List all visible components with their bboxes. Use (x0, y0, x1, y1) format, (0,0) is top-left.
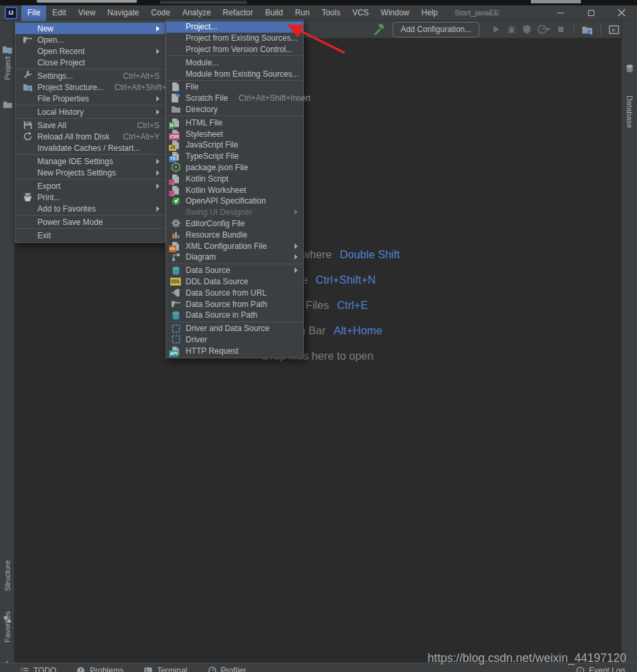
submenu-arrow-icon (294, 210, 298, 215)
maximize-button[interactable] (576, 5, 606, 21)
event-log-icon (576, 666, 585, 672)
menu-separator (16, 69, 164, 69)
project-structure-icon[interactable] (582, 24, 593, 35)
close-icon (618, 9, 626, 17)
menu-item-project-structure[interactable]: Project Structure... Ctrl+Alt+Shift+S (15, 81, 165, 93)
submenu-item-scratch-file[interactable]: Scratch File Ctrl+Alt+Shift+Insert (166, 93, 303, 104)
submenu-item-data-source-in-path[interactable]: Data Source in Path (166, 310, 303, 321)
submenu-item-file[interactable]: File (166, 81, 303, 93)
new-submenu-popup: Project... Project from Existing Sources… (166, 19, 304, 358)
menu-item-close-project[interactable]: Close Project (15, 57, 165, 68)
menubar-item-edit[interactable]: Edit (46, 5, 72, 21)
run-with-coverage-icon (521, 24, 532, 35)
menubar-item-code[interactable]: Code (145, 5, 176, 21)
menu-item-reload-all-from-disk[interactable]: Reload All from Disk Ctrl+Alt+Y (15, 131, 165, 142)
submenu-item-kotlin-script[interactable]: Kotlin Script (166, 173, 303, 184)
add-configuration-button[interactable]: Add Configuration... (393, 22, 479, 37)
folder-open-icon (22, 35, 33, 45)
menu-item-save-all[interactable]: Save All Ctrl+S (15, 119, 165, 131)
submenu-item-html-file[interactable]: H HTML File (166, 117, 303, 128)
project-structure-icon (22, 82, 33, 93)
menu-item-new-projects-settings[interactable]: New Projects Settings (15, 167, 165, 178)
database-icon[interactable] (625, 63, 634, 73)
submenu-item-xml-configuration-file[interactable]: <> XML Configuration File (166, 240, 303, 252)
menu-item-settings[interactable]: Settings... Ctrl+Alt+S (15, 70, 165, 81)
run-toolwindow-icon[interactable] (608, 24, 620, 35)
menu-item-open-recent[interactable]: Open Recent (15, 45, 165, 57)
submenu-item-diagram[interactable]: Diagram (166, 252, 303, 263)
scratch-file-icon (170, 93, 181, 103)
menubar-item-refactor[interactable]: Refactor (217, 5, 259, 21)
submenu-arrow-icon (156, 49, 160, 54)
minimize-button[interactable] (545, 5, 576, 21)
menu-item-exit[interactable]: Exit (15, 230, 165, 241)
submenu-item-data-source-from-url[interactable]: Data Source from URL (166, 287, 303, 298)
menu-item-power-save-mode[interactable]: Power Save Mode (15, 216, 165, 228)
menu-separator (16, 215, 164, 216)
xml-config-icon: <> (170, 241, 181, 252)
menu-item-export[interactable]: Export (15, 180, 165, 192)
submenu-item-ddl-data-source[interactable]: DDL DDL Data Source (166, 276, 303, 288)
toolwindow-event-log[interactable]: Event Log (576, 666, 625, 672)
typescript-file-icon: TS (170, 151, 181, 161)
hint-recent-files: Recent Files Ctrl+E (15, 299, 621, 311)
javascript-file-icon: JS (170, 139, 181, 150)
submenu-item-data-source[interactable]: Data Source (166, 265, 303, 276)
window-controls (545, 5, 637, 21)
menu-item-open[interactable]: Open... (15, 34, 165, 45)
toolwindow-problems[interactable]: Problems (76, 666, 124, 672)
submenu-arrow-icon (156, 206, 160, 212)
submenu-item-driver[interactable]: Driver (166, 334, 303, 346)
close-button[interactable] (606, 5, 637, 21)
toolbar-divider (600, 24, 601, 35)
menubar-item-file[interactable]: File (21, 5, 46, 21)
menubar-item-help[interactable]: Help (415, 5, 444, 21)
resource-bundle-icon (170, 230, 181, 240)
cropped-fragment (160, 1, 247, 4)
submenu-item-stylesheet[interactable]: CSS Stylesheet (166, 128, 303, 139)
menu-item-manage-ide-settings[interactable]: Manage IDE Settings (15, 155, 165, 167)
menu-item-print[interactable]: Print... (15, 192, 165, 203)
toolwindow-profiler[interactable]: Profiler (208, 666, 246, 672)
hint-navigation-bar: Navigation Bar Alt+Home (15, 324, 621, 336)
submenu-item-editorconfig-file[interactable]: EditorConfig File (166, 218, 303, 230)
todo-list-icon (20, 666, 29, 672)
printer-icon (22, 192, 33, 203)
menu-item-new[interactable]: New (15, 23, 165, 34)
menu-item-invalidate-caches[interactable]: Invalidate Caches / Restart... (15, 142, 165, 153)
menubar-item-analyze[interactable]: Analyze (176, 5, 217, 21)
toolwindow-todo[interactable]: TODO (20, 666, 56, 672)
toolwindow-terminal[interactable]: Terminal (144, 666, 187, 672)
package-json-icon (170, 162, 181, 173)
build-hammer-icon[interactable] (374, 24, 385, 35)
submenu-arrow-icon (156, 26, 160, 31)
submenu-item-kotlin-worksheet[interactable]: Kotlin Worksheet (166, 184, 303, 196)
submenu-item-directory[interactable]: Directory (166, 104, 303, 115)
submenu-item-data-source-from-path[interactable]: Data Source from Path (166, 298, 303, 310)
menubar-item-navigate[interactable]: Navigate (101, 5, 145, 21)
problems-icon (76, 666, 85, 672)
submenu-item-driver-and-data-source[interactable]: Driver and Data Source (166, 323, 303, 334)
menu-separator (167, 264, 302, 264)
menu-item-add-to-favorites[interactable]: Add to Favorites (15, 203, 165, 214)
menubar-item-view[interactable]: View (72, 5, 101, 21)
profiler-button-group[interactable] (537, 24, 551, 35)
annotation-arrow (277, 19, 354, 60)
submenu-item-openapi-specification[interactable]: OpenAPI Specification (166, 196, 303, 207)
submenu-item-module-from-existing-sources[interactable]: Module from Existing Sources... (166, 68, 303, 79)
folder-icon[interactable] (3, 99, 13, 109)
menubar-item-window[interactable]: Window (375, 5, 415, 21)
submenu-item-http-request[interactable]: API HTTP Request (166, 345, 303, 356)
submenu-item-typescript-file[interactable]: TS TypeScript File (166, 151, 303, 162)
project-toolwindow-icon[interactable] (2, 44, 13, 55)
diagram-icon (170, 252, 181, 262)
submenu-item-javascript-file[interactable]: JS JavaScript File (166, 139, 303, 151)
submenu-item-resource-bundle[interactable]: Resource Bundle (166, 229, 303, 240)
submenu-item-package-json[interactable]: package.json File (166, 162, 303, 174)
maximize-icon (588, 10, 594, 16)
menu-item-local-history[interactable]: Local History (15, 106, 165, 117)
hint-go-to-file: Go to File Ctrl+Shift+N (15, 274, 621, 286)
hint-search-everywhere: Search Everywhere Double Shift (15, 248, 621, 260)
http-request-icon: API (170, 346, 181, 356)
menu-item-file-properties[interactable]: File Properties (15, 93, 165, 104)
